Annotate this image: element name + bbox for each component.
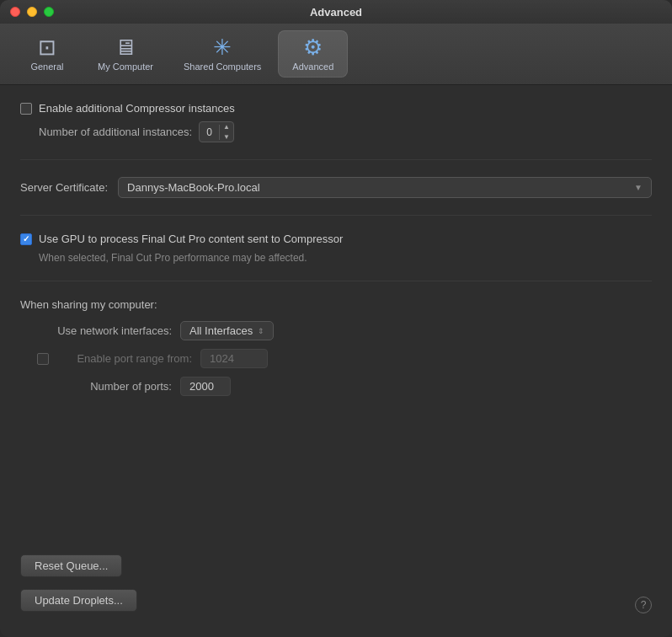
server-cert-label: Server Certificate:: [20, 181, 108, 194]
num-ports-row: Number of ports: 2000: [20, 377, 652, 396]
tab-general[interactable]: ⊡ General: [13, 31, 81, 77]
gpu-label: Use GPU to process Final Cut Pro content…: [39, 233, 343, 245]
update-droplets-button[interactable]: Update Droplets...: [20, 589, 137, 612]
tab-general-label: General: [30, 62, 63, 72]
num-ports-input[interactable]: 2000: [180, 377, 231, 396]
shared-computers-icon: ✳: [213, 36, 232, 58]
server-cert-section: Server Certificate: Dannys-MacBook-Pro.l…: [20, 177, 652, 216]
stepper-up[interactable]: ▲: [220, 122, 233, 132]
instances-value: 0: [200, 125, 220, 140]
window: Advanced ⊡ General 🖥 My Computer ✳ Share…: [0, 0, 672, 637]
maximize-button[interactable]: [44, 7, 54, 17]
port-range-checkbox[interactable]: [37, 353, 49, 365]
bottom-section: Reset Queue... Update Droplets... ?: [20, 546, 652, 620]
compressor-section: Enable additional Compressor instances N…: [20, 102, 652, 160]
server-cert-dropdown[interactable]: Dannys-MacBook-Pro.local ▼: [118, 177, 652, 198]
content-area: Enable additional Compressor instances N…: [0, 85, 672, 637]
gpu-section: Use GPU to process Final Cut Pro content…: [20, 233, 652, 281]
general-icon: ⊡: [38, 36, 56, 58]
tab-my-computer-label: My Computer: [98, 62, 153, 72]
close-button[interactable]: [10, 7, 20, 17]
network-section: When sharing my computer: Use network in…: [20, 298, 652, 404]
bottom-row: Update Droplets... ?: [20, 589, 652, 620]
instances-label: Number of additional instances:: [39, 126, 192, 138]
interfaces-row: Use network interfaces: All Interfaces ⇕: [20, 321, 652, 340]
title-bar: Advanced: [0, 0, 672, 24]
enable-compressor-label: Enable additional Compressor instances: [39, 102, 235, 115]
chevron-updown-icon: ⇕: [258, 327, 264, 335]
tab-shared-computers[interactable]: ✳ Shared Computers: [170, 31, 275, 77]
interfaces-label: Use network interfaces:: [37, 324, 172, 337]
enable-compressor-row: Enable additional Compressor instances: [20, 102, 652, 115]
instances-row: Number of additional instances: 0 ▲ ▼: [20, 121, 652, 142]
port-range-input[interactable]: 1024: [200, 349, 268, 368]
port-range-label: Enable port range from:: [57, 352, 192, 365]
toolbar: ⊡ General 🖥 My Computer ✳ Shared Compute…: [0, 24, 672, 85]
interfaces-dropdown[interactable]: All Interfaces ⇕: [180, 321, 274, 340]
reset-queue-wrapper: Reset Queue...: [20, 554, 652, 586]
help-button[interactable]: ?: [635, 597, 652, 613]
advanced-icon: ⚙: [303, 36, 323, 58]
num-ports-label: Number of ports:: [37, 380, 172, 393]
traffic-lights: [10, 7, 54, 17]
instances-stepper[interactable]: 0 ▲ ▼: [199, 121, 234, 142]
port-range-row: Enable port range from: 1024: [20, 349, 652, 368]
tab-shared-computers-label: Shared Computers: [184, 62, 261, 72]
gpu-checkbox-row: Use GPU to process Final Cut Pro content…: [20, 233, 652, 245]
interfaces-value: All Interfaces: [189, 324, 253, 337]
stepper-down[interactable]: ▼: [220, 132, 233, 142]
gpu-checkbox[interactable]: [20, 233, 32, 245]
enable-compressor-checkbox[interactable]: [20, 103, 32, 115]
stepper-arrows: ▲ ▼: [220, 122, 233, 142]
server-cert-value: Dannys-MacBook-Pro.local: [127, 181, 260, 194]
gpu-note: When selected, Final Cut Pro performance…: [20, 252, 652, 264]
tab-advanced[interactable]: ⚙ Advanced: [278, 30, 348, 78]
chevron-down-icon: ▼: [634, 183, 643, 192]
minimize-button[interactable]: [27, 7, 37, 17]
tab-advanced-label: Advanced: [292, 62, 333, 72]
tab-my-computer[interactable]: 🖥 My Computer: [84, 31, 167, 77]
reset-queue-button[interactable]: Reset Queue...: [20, 554, 122, 577]
num-ports-value: 2000: [189, 380, 214, 393]
port-range-value: 1024: [210, 352, 234, 365]
network-section-title: When sharing my computer:: [20, 298, 652, 311]
my-computer-icon: 🖥: [115, 36, 136, 58]
window-title: Advanced: [310, 6, 362, 19]
